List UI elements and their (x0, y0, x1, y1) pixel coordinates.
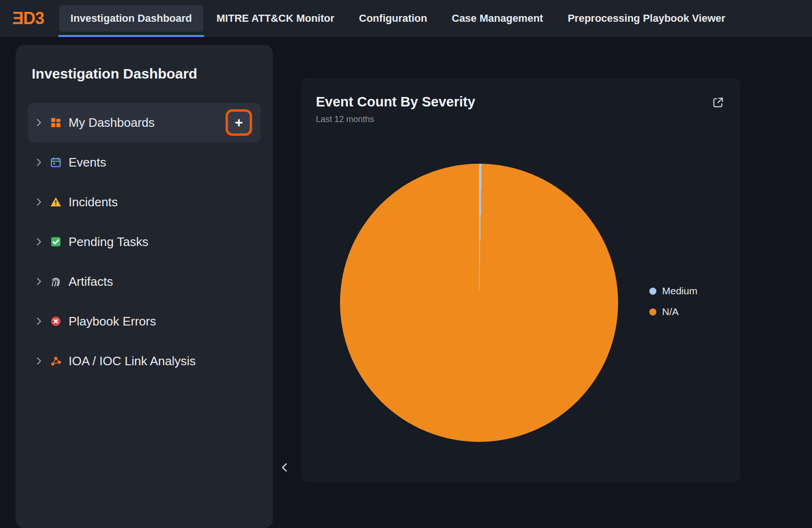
chart-legend: Medium N/A (649, 285, 698, 317)
tab-investigation-dashboard[interactable]: Investigation Dashboard (59, 5, 203, 32)
card-subtitle: Last 12 months (316, 114, 725, 124)
app-window: ƎD3 Investigation Dashboard MITRE ATT&CK… (0, 0, 812, 528)
sidebar-item-events[interactable]: Events (28, 142, 261, 182)
sidebar-item-label: Playbook Errors (69, 314, 156, 329)
dashboard-grid-icon (50, 116, 66, 129)
chevron-right-icon (34, 157, 50, 167)
sidebar-collapse-button[interactable] (276, 459, 293, 476)
d3-logo: ƎD3 (12, 0, 44, 37)
chevron-right-icon (34, 237, 50, 247)
warning-triangle-icon (50, 196, 66, 208)
add-dashboard-button[interactable]: + (226, 109, 252, 136)
legend-label: N/A (662, 306, 679, 317)
expand-card-button[interactable] (711, 95, 725, 109)
tab-label: Case Management (452, 12, 543, 25)
open-in-new-icon (712, 96, 725, 109)
tab-label: MITRE ATT&CK Monitor (217, 12, 334, 25)
legend-dot (649, 288, 656, 295)
tab-configuration[interactable]: Configuration (348, 5, 438, 32)
legend-item-medium[interactable]: Medium (649, 285, 698, 297)
sidebar-title: Investigation Dashboard (32, 66, 261, 82)
chevron-right-icon (34, 117, 50, 128)
sidebar-item-label: Events (69, 155, 106, 170)
tab-preprocessing-playbook-viewer[interactable]: Preprocessing Playbook Viewer (556, 5, 736, 32)
tab-mitre-attck-monitor[interactable]: MITRE ATT&CK Monitor (205, 5, 346, 32)
tab-label: Preprocessing Playbook Viewer (568, 12, 725, 25)
legend-label: Medium (662, 285, 698, 297)
calendar-icon (50, 156, 66, 168)
sidebar-item-playbook-errors[interactable]: Playbook Errors (28, 301, 261, 341)
tab-label: Configuration (359, 12, 427, 25)
error-circle-icon (50, 315, 66, 327)
sidebar-item-label: My Dashboards (69, 115, 155, 130)
nav-tabs: Investigation Dashboard MITRE ATT&CK Mon… (58, 0, 738, 37)
pie-chart[interactable] (340, 164, 618, 442)
check-square-icon (50, 236, 66, 248)
chevron-right-icon (34, 197, 50, 207)
sidebar-item-label: Incidents (69, 195, 118, 210)
sidebar-item-ioa-ioc-link-analysis[interactable]: IOA / IOC Link Analysis (28, 341, 261, 381)
sidebar-panel: Investigation Dashboard My Dashboards + … (16, 45, 273, 528)
sidebar-item-pending-tasks[interactable]: Pending Tasks (28, 222, 261, 262)
sidebar-item-label: IOA / IOC Link Analysis (69, 354, 196, 369)
sidebar-item-label: Pending Tasks (69, 235, 148, 249)
tab-case-management[interactable]: Case Management (440, 5, 554, 32)
event-count-by-severity-card: Event Count By Severity Last 12 months M… (301, 78, 740, 482)
fingerprint-icon (50, 275, 66, 288)
legend-item-na[interactable]: N/A (649, 306, 698, 317)
chevron-right-icon (34, 316, 50, 326)
tab-label: Investigation Dashboard (70, 12, 192, 25)
chevron-right-icon (34, 276, 50, 287)
sidebar-item-incidents[interactable]: Incidents (28, 182, 261, 222)
chevron-right-icon (34, 356, 50, 366)
sidebar-item-my-dashboards[interactable]: My Dashboards + (28, 103, 261, 142)
sidebar-item-label: Artifacts (69, 274, 113, 289)
chevron-left-icon (279, 461, 291, 474)
sidebar-item-artifacts[interactable]: Artifacts (28, 262, 261, 301)
top-navigation-bar: ƎD3 Investigation Dashboard MITRE ATT&CK… (0, 0, 812, 37)
link-analysis-icon (50, 355, 66, 367)
legend-dot (649, 308, 656, 316)
card-title: Event Count By Severity (316, 94, 725, 110)
